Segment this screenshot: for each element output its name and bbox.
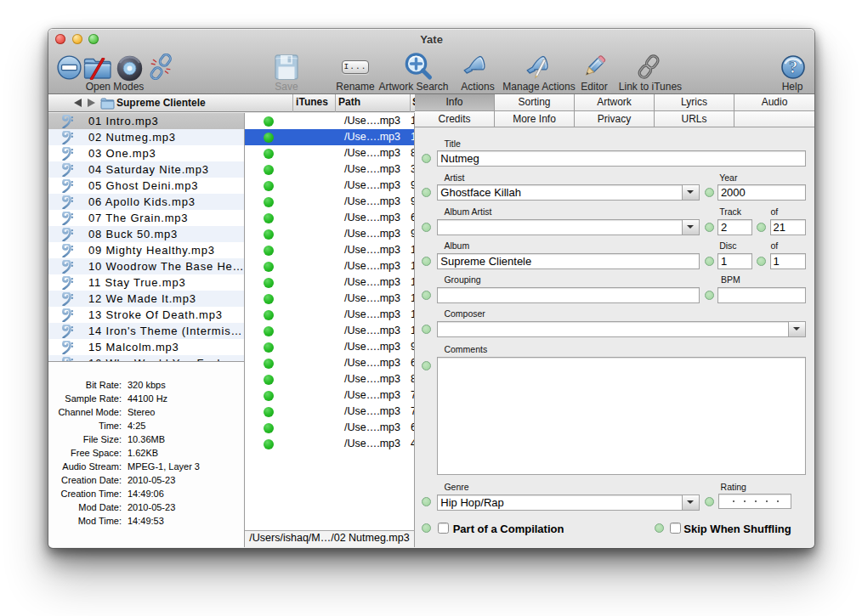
svg-text:?: ? [789, 57, 798, 77]
